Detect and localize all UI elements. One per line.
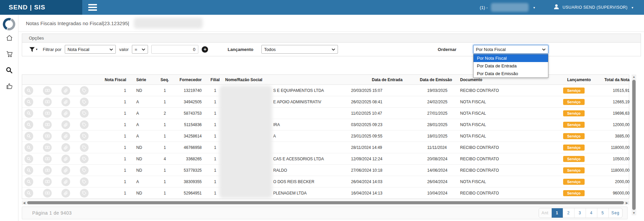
row-money-icon[interactable] <box>43 120 52 129</box>
row-tag-icon[interactable] <box>80 143 89 152</box>
lancamento-badge[interactable]: Serviço <box>563 122 585 128</box>
row-tag-icon[interactable] <box>80 86 89 95</box>
pagination-page-4[interactable]: 4 <box>586 208 597 218</box>
row-search-icon[interactable] <box>24 143 33 152</box>
table-row[interactable]: 1 ND 1 52964951 1 PLENAGEM LTDA 16/04/20… <box>22 187 629 199</box>
pagination-page-5[interactable]: 5 <box>597 208 609 218</box>
row-money-icon[interactable] <box>43 166 52 175</box>
row-attachment-icon[interactable] <box>61 98 70 106</box>
row-attachment-icon[interactable] <box>61 132 70 141</box>
lancamento-badge[interactable]: Serviço <box>563 110 585 116</box>
operator-select[interactable]: = <box>132 45 148 54</box>
row-search-icon[interactable] <box>24 98 33 106</box>
context-chevron-down-icon[interactable]: ▾ <box>533 6 535 9</box>
row-money-icon[interactable] <box>43 177 52 186</box>
row-tag-icon[interactable] <box>80 166 89 175</box>
table-row[interactable]: 1 ND 4 3368265 1 CAS E ACESSORIOS LTDA 1… <box>22 153 629 165</box>
lancamento-badge[interactable]: Serviço <box>563 179 585 185</box>
row-tag-icon[interactable] <box>80 120 89 129</box>
row-attachment-icon[interactable] <box>61 120 70 129</box>
row-attachment-icon[interactable] <box>61 177 70 186</box>
order-select[interactable]: Por Nota Fiscal <box>473 45 548 54</box>
sidebar-item-cart[interactable] <box>4 49 14 59</box>
row-search-icon[interactable] <box>24 132 33 141</box>
lancamento-badge[interactable]: Serviço <box>563 145 585 151</box>
row-tag-icon[interactable] <box>80 177 89 186</box>
lancamento-badge[interactable]: Serviço <box>563 99 585 105</box>
sidebar-item-home[interactable] <box>4 33 14 43</box>
value-input[interactable] <box>151 45 198 54</box>
row-search-icon[interactable] <box>24 189 33 198</box>
pagination-page-1[interactable]: 1 <box>552 208 563 218</box>
table-row[interactable]: 1 ND 1 53778325 1 RALDO 27/06/2024 10:18… <box>22 165 629 176</box>
table-row[interactable]: 1 A 1 34258614 1 A 23/01/2025 09:55 18/0… <box>22 130 629 142</box>
filter-funnel-icon[interactable]: ▾ <box>29 46 38 53</box>
table-row[interactable]: 1 A 1 38309355 1 O DOS REIS BECKER 26/04… <box>22 176 629 187</box>
row-attachment-icon[interactable] <box>61 109 70 118</box>
filter-field-select[interactable]: Nota Fiscal <box>65 45 116 54</box>
row-attachment-icon[interactable] <box>61 86 70 95</box>
row-attachment-icon[interactable] <box>61 143 70 152</box>
row-money-icon[interactable] <box>43 155 52 163</box>
cell-nome-razao-social: A <box>225 134 351 139</box>
lancamento-badge[interactable]: Serviço <box>563 156 585 162</box>
scroll-up-icon[interactable]: ▲ <box>633 74 636 79</box>
row-tag-icon[interactable] <box>80 132 89 141</box>
row-tag-icon[interactable] <box>80 98 89 106</box>
col-nome-razao-social: Nome/Razão Social <box>225 77 351 82</box>
row-search-icon[interactable] <box>24 177 33 186</box>
pagination-page-3[interactable]: 3 <box>575 208 586 218</box>
lancamento-badge[interactable]: Serviço <box>563 190 585 196</box>
vertical-scrollbar-thumb[interactable] <box>632 80 636 210</box>
table-row[interactable]: 1 A 1 34942505 1 E APOIO ADMINISTRATIV 2… <box>22 96 629 108</box>
row-money-icon[interactable] <box>43 109 52 118</box>
row-search-icon[interactable] <box>24 166 33 175</box>
row-money-icon[interactable] <box>43 98 52 106</box>
lancamento-badge[interactable]: Serviço <box>563 133 585 139</box>
row-search-icon[interactable] <box>24 86 33 95</box>
table-row[interactable]: 1 ND 1 13219740 1 S E EQUIPAMENTOS LTDA … <box>22 85 629 96</box>
pagination-next-button[interactable]: Seg <box>609 208 622 218</box>
row-money-icon[interactable] <box>43 86 52 95</box>
vertical-scrollbar[interactable]: ▲ ▼ <box>632 74 636 215</box>
horizontal-scrollbar[interactable]: ◀ ▶ <box>22 201 629 205</box>
filter-row: ▾ Filtrar por Nota Fiscal valor = + Lanç… <box>22 43 641 56</box>
lancamento-badge[interactable]: Serviço <box>563 167 585 173</box>
user-menu[interactable]: USUARIO SEND (SUPERVISOR) ▾ <box>553 3 635 11</box>
row-attachment-icon[interactable] <box>61 189 70 198</box>
table-row[interactable]: 1 A 2 58743753 1 11/02/2025 10:47 27/01/… <box>22 108 629 119</box>
row-money-icon[interactable] <box>43 132 52 141</box>
horizontal-scrollbar-thumb[interactable] <box>27 201 624 204</box>
scroll-left-icon[interactable]: ◀ <box>22 201 27 205</box>
row-tag-icon[interactable] <box>80 155 89 163</box>
cell-nota-fiscal: 1 <box>98 157 126 161</box>
pagination-page-2[interactable]: 2 <box>563 208 575 218</box>
sidebar-item-search[interactable] <box>4 65 14 75</box>
order-option-por-data-entrada[interactable]: Por Data de Entrada <box>474 62 548 70</box>
table-row[interactable]: 1 ND 1 46766958 1 28/11/2024 14:49 11/11… <box>22 142 629 153</box>
add-filter-button[interactable]: + <box>202 46 208 53</box>
row-search-icon[interactable] <box>24 155 33 163</box>
row-money-icon[interactable] <box>43 189 52 198</box>
table-row[interactable]: 1 A 1 51154836 1 IRA 03/02/2025 09:23 28… <box>22 119 629 130</box>
row-attachment-icon[interactable] <box>61 155 70 163</box>
menu-hamburger-icon[interactable] <box>88 3 100 11</box>
row-search-icon[interactable] <box>24 109 33 118</box>
lancamento-badge[interactable]: Serviço <box>563 88 585 94</box>
row-tag-icon[interactable] <box>80 109 89 118</box>
pagination-prev-button[interactable]: Ant <box>539 208 552 218</box>
cell-fornecedor: 38309355 <box>177 179 205 184</box>
scroll-down-icon[interactable]: ▼ <box>633 211 636 215</box>
lancamento-select[interactable]: Todos <box>261 45 338 54</box>
row-tag-icon[interactable] <box>80 189 89 198</box>
sidebar-item-like[interactable] <box>4 81 14 91</box>
scroll-right-icon[interactable]: ▶ <box>625 201 629 205</box>
order-option-por-nota-fiscal[interactable]: Por Nota Fiscal <box>474 54 548 62</box>
order-option-por-data-emissao[interactable]: Por Data de Emissão <box>474 70 548 77</box>
row-search-icon[interactable] <box>24 120 33 129</box>
row-attachment-icon[interactable] <box>61 166 70 175</box>
col-lancamento: Lançamento <box>559 77 599 82</box>
row-money-icon[interactable] <box>43 143 52 152</box>
cell-filial: 1 <box>205 145 225 150</box>
cell-documento: NOTA FISCAL <box>458 122 559 127</box>
